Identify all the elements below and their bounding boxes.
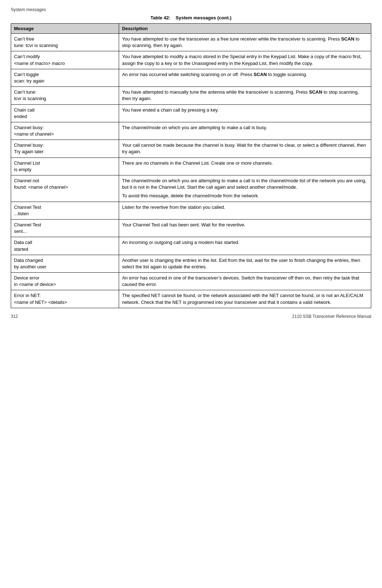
description-cell: The channel/mode on which you are attemp… xyxy=(119,175,371,202)
header-text: System messages xyxy=(11,7,46,12)
message-cell: Channel busy:Try again later xyxy=(11,140,119,157)
message-cell: Can’t modify<name of macro> macro xyxy=(11,51,119,69)
description-cell: You have attempted to modify a macro sto… xyxy=(119,51,371,69)
footer-page-number: 312 xyxy=(11,314,18,319)
system-messages-table: Message Description Can’t freetune: tcvr… xyxy=(11,23,371,308)
description-cell: Your call cannot be made because the cha… xyxy=(119,140,371,157)
description-cell: An error has occurred in one of the tran… xyxy=(119,273,371,290)
table-row: Channel Testsent...Your Channel Test cal… xyxy=(11,219,371,237)
message-cell: Device errorin <name of device> xyxy=(11,273,119,290)
message-cell: Channel Test...listen xyxy=(11,202,119,219)
message-cell: Channel Listis empty xyxy=(11,157,119,175)
table-row: Channel Test...listenListen for the reve… xyxy=(11,202,371,219)
description-cell: The specified NET cannot be found, or th… xyxy=(119,290,371,308)
message-cell: Can’t freetune: tcvr is scanning xyxy=(11,34,119,51)
col-header-message: Message xyxy=(11,24,119,34)
description-cell: An incoming or outgoing call using a mod… xyxy=(119,237,371,255)
page-header: System messages xyxy=(11,7,371,12)
description-cell: An error has occurred while switching sc… xyxy=(119,69,371,86)
message-cell: Can’t tune:tcvr is scanning xyxy=(11,87,119,104)
message-cell: Channel Testsent... xyxy=(11,219,119,237)
table-row: Can’t freetune: tcvr is scanningYou have… xyxy=(11,34,371,51)
description-cell: Your Channel Test call has been sent. Wa… xyxy=(119,219,371,237)
table-title: Table 42: System messages (cont.) xyxy=(11,15,371,20)
description-cell: You have attempted to use the transceive… xyxy=(119,34,371,51)
message-cell: Channel busy:<name of channel> xyxy=(11,122,119,140)
description-cell: You have attempted to manually tune the … xyxy=(119,87,371,104)
table-row: Channel busy:<name of channel>The channe… xyxy=(11,122,371,140)
description-cell: Listen for the revertive from the statio… xyxy=(119,202,371,219)
description-cell: You have ended a chain call by pressing … xyxy=(119,104,371,122)
col-header-description: Description xyxy=(119,24,371,34)
table-row: Channel busy:Try again laterYour call ca… xyxy=(11,140,371,157)
table-title-text: Table 42: System messages (cont.) xyxy=(151,15,232,20)
table-row: Data changedby another userAnother user … xyxy=(11,255,371,272)
table-row: Can’t modify<name of macro> macroYou hav… xyxy=(11,51,371,69)
message-cell: Chain callended xyxy=(11,104,119,122)
message-cell: Can’t togglescan: try again xyxy=(11,69,119,86)
description-cell: The channel/mode on which you are attemp… xyxy=(119,122,371,140)
description-cell: Another user is changing the entries in … xyxy=(119,255,371,272)
message-cell: Data changedby another user xyxy=(11,255,119,272)
table-row: Channel notfound: <name of channel>The c… xyxy=(11,175,371,202)
footer-document-title: 2110 SSB Transceiver Reference Manual xyxy=(292,314,371,319)
table-row: Chain callendedYou have ended a chain ca… xyxy=(11,104,371,122)
table-row: Channel Listis emptyThere are no channel… xyxy=(11,157,371,175)
table-row: Error in NET:<name of NET> <details>The … xyxy=(11,290,371,308)
table-row: Can’t togglescan: try againAn error has … xyxy=(11,69,371,86)
message-cell: Data callstarted xyxy=(11,237,119,255)
message-cell: Error in NET:<name of NET> <details> xyxy=(11,290,119,308)
message-cell: Channel notfound: <name of channel> xyxy=(11,175,119,202)
table-row: Device errorin <name of device>An error … xyxy=(11,273,371,290)
page-footer: 312 2110 SSB Transceiver Reference Manua… xyxy=(11,314,371,319)
table-row: Can’t tune:tcvr is scanningYou have atte… xyxy=(11,87,371,104)
description-cell: There are no channels in the Channel Lis… xyxy=(119,157,371,175)
table-row: Data callstartedAn incoming or outgoing … xyxy=(11,237,371,255)
